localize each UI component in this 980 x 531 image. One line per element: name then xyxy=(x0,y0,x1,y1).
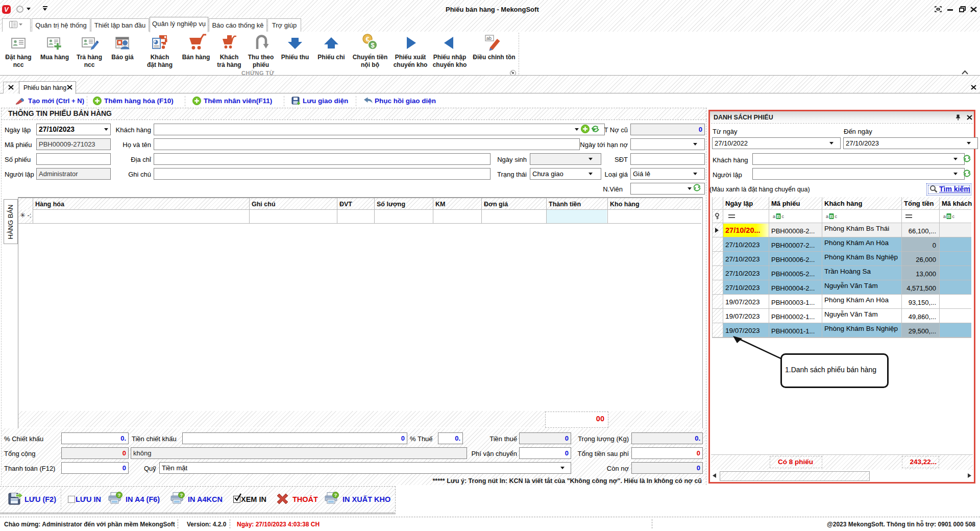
svg-text:?: ? xyxy=(180,492,183,498)
svg-text:B: B xyxy=(947,213,951,219)
svg-text:a: a xyxy=(826,214,828,219)
svg-text:ab: ab xyxy=(486,36,492,41)
svg-text:c: c xyxy=(952,214,955,219)
svg-text:$: $ xyxy=(371,41,375,49)
svg-text:?: ? xyxy=(334,492,337,498)
svg-text:B: B xyxy=(777,213,780,219)
svg-text:?: ? xyxy=(118,492,121,498)
svg-text:a: a xyxy=(773,214,775,219)
svg-text:c: c xyxy=(835,214,838,219)
svg-text:€: € xyxy=(365,35,369,43)
svg-text:B: B xyxy=(830,213,834,219)
svg-text:c: c xyxy=(782,214,785,219)
svg-text:a: a xyxy=(943,214,946,219)
